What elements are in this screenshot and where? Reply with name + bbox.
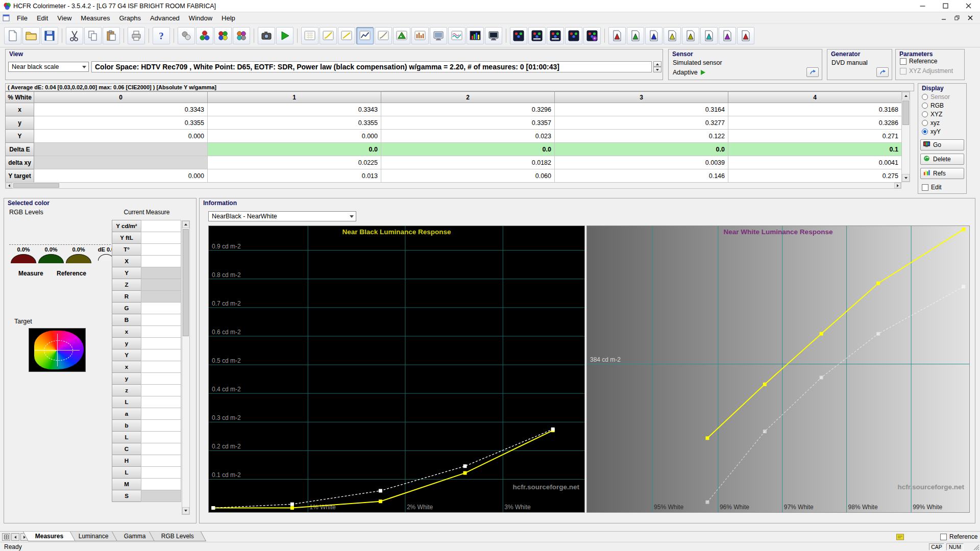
snapshot-icon[interactable] bbox=[258, 27, 275, 44]
measure-cell[interactable]: 0.000 bbox=[208, 130, 381, 143]
measure-primaries-icon[interactable] bbox=[565, 27, 582, 44]
measure-nearwhite-icon[interactable] bbox=[547, 27, 564, 44]
sensor-config-button[interactable] bbox=[806, 67, 819, 77]
measure-cell[interactable]: 0.0 bbox=[555, 143, 728, 156]
scroll-left-button[interactable] bbox=[6, 183, 12, 188]
scroll-thumb[interactable] bbox=[902, 101, 909, 125]
resize-grip[interactable] bbox=[973, 544, 979, 550]
measure-cell[interactable]: 0.3168 bbox=[728, 103, 902, 116]
measure-cell[interactable]: 0.3286 bbox=[728, 116, 902, 130]
mdi-close-button[interactable] bbox=[964, 13, 977, 23]
scroll-thumb[interactable] bbox=[13, 183, 59, 188]
scroll-down-button[interactable] bbox=[182, 507, 189, 514]
measure-blue-icon[interactable] bbox=[645, 27, 663, 44]
column-header[interactable]: 4 bbox=[728, 92, 902, 103]
luminance-scale-view-icon[interactable] bbox=[320, 27, 337, 44]
information-view-select[interactable]: NearBlack - NearWhite bbox=[208, 211, 356, 221]
menu-advanced[interactable]: Advanced bbox=[145, 12, 184, 24]
tab-measures[interactable]: Measures bbox=[23, 532, 76, 541]
display-radio-sensor[interactable]: Sensor bbox=[922, 93, 950, 100]
copy-icon[interactable] bbox=[84, 27, 102, 44]
measure-magenta-icon[interactable] bbox=[719, 27, 736, 44]
measure-cell[interactable]: 0.275 bbox=[728, 169, 902, 183]
measure-crimson-icon[interactable] bbox=[737, 27, 754, 44]
free-measures-icon[interactable] bbox=[178, 27, 195, 44]
measure-cell[interactable]: 0.3343 bbox=[34, 103, 208, 116]
edit-checkbox[interactable] bbox=[922, 184, 928, 191]
gamma-view-icon[interactable] bbox=[338, 27, 355, 44]
scroll-right-button[interactable] bbox=[894, 183, 901, 188]
table-vertical-scrollbar[interactable] bbox=[901, 91, 910, 182]
minimize-button[interactable] bbox=[911, 0, 934, 12]
primaries-measures-icon[interactable] bbox=[214, 27, 232, 44]
scroll-thumb[interactable] bbox=[183, 229, 189, 336]
column-header[interactable]: 2 bbox=[381, 92, 555, 103]
display-radio-rgb[interactable]: RGB bbox=[922, 102, 950, 109]
measure-cell[interactable]: 0.1 bbox=[728, 143, 902, 156]
display-radio-xyz[interactable]: XYZ bbox=[922, 111, 950, 117]
measure-cell[interactable]: 0.0041 bbox=[728, 156, 902, 169]
menu-measures[interactable]: Measures bbox=[76, 12, 114, 24]
cut-icon[interactable] bbox=[66, 27, 83, 44]
measure-cell[interactable] bbox=[34, 156, 208, 169]
measure-cell[interactable]: 0.0 bbox=[381, 143, 555, 156]
previous-tab-button[interactable] bbox=[11, 533, 19, 541]
mdi-restore-button[interactable] bbox=[950, 13, 964, 23]
scroll-down-button[interactable] bbox=[902, 174, 910, 182]
measure-cell[interactable]: 0.000 bbox=[34, 169, 208, 183]
column-header[interactable]: 1 bbox=[208, 92, 381, 103]
measure-red-icon[interactable] bbox=[608, 27, 626, 44]
saturations-measures-icon[interactable] bbox=[233, 27, 250, 44]
display-radio-xyy[interactable]: xyY bbox=[922, 128, 950, 135]
measure-cell[interactable]: 0.3277 bbox=[555, 116, 728, 130]
close-button[interactable] bbox=[957, 0, 980, 12]
reference-checkbox[interactable] bbox=[940, 534, 947, 540]
save-file-icon[interactable] bbox=[41, 27, 58, 44]
mdi-minimize-button[interactable] bbox=[937, 13, 950, 23]
menu-help[interactable]: Help bbox=[217, 12, 240, 24]
measure-cell[interactable]: 0.0 bbox=[208, 143, 381, 156]
measure-cell[interactable]: 0.0225 bbox=[208, 156, 381, 169]
menu-view[interactable]: View bbox=[53, 12, 76, 24]
menu-window[interactable]: Window bbox=[184, 12, 217, 24]
measure-grayscale-icon[interactable] bbox=[510, 27, 527, 44]
menu-edit[interactable]: Edit bbox=[32, 12, 53, 24]
measures-grid-view-icon[interactable] bbox=[301, 27, 318, 44]
measure-cell[interactable]: 0.060 bbox=[381, 169, 555, 183]
help-icon[interactable]: ? bbox=[153, 27, 170, 44]
delete-button[interactable]: Delete bbox=[920, 154, 964, 165]
measure-cell[interactable]: 0.023 bbox=[381, 130, 555, 143]
measure-cell[interactable]: 0.3357 bbox=[381, 116, 555, 130]
scroll-up-button[interactable] bbox=[902, 92, 910, 99]
display-radio-xyz[interactable]: xyz bbox=[922, 119, 950, 126]
spin-up-button[interactable] bbox=[653, 61, 662, 67]
reference-checkbox[interactable] bbox=[900, 58, 906, 65]
tab-rgb-levels[interactable]: RGB Levels bbox=[149, 532, 206, 541]
measure-cell[interactable]: 0.271 bbox=[728, 130, 902, 143]
new-file-icon[interactable] bbox=[4, 27, 21, 44]
measure-nearblack-icon[interactable] bbox=[528, 27, 546, 44]
crt-view-icon[interactable] bbox=[430, 27, 447, 44]
column-header[interactable]: 3 bbox=[555, 92, 728, 103]
menu-file[interactable]: File bbox=[12, 12, 32, 24]
measure-cell[interactable]: 0.0182 bbox=[381, 156, 555, 169]
column-header[interactable]: 0 bbox=[34, 92, 208, 103]
measure-cell[interactable] bbox=[34, 143, 208, 156]
go-button[interactable]: Go bbox=[920, 139, 964, 151]
tab-list-button[interactable] bbox=[2, 533, 10, 541]
palette-icon[interactable] bbox=[896, 533, 904, 541]
measure-cell[interactable]: 0.000 bbox=[34, 130, 208, 143]
paste-icon[interactable] bbox=[103, 27, 120, 44]
luminance-view-icon[interactable] bbox=[375, 27, 392, 44]
histogram-view-icon[interactable] bbox=[467, 27, 484, 44]
measure-cell[interactable]: 0.3355 bbox=[34, 116, 208, 130]
measure-all-icon[interactable] bbox=[583, 27, 601, 44]
measure-cell[interactable]: 0.122 bbox=[555, 130, 728, 143]
measure-cell[interactable]: 0.013 bbox=[208, 169, 381, 183]
table-horizontal-scrollbar[interactable] bbox=[5, 182, 901, 189]
measure-yellow-icon[interactable] bbox=[664, 27, 681, 44]
measure-green-icon[interactable] bbox=[627, 27, 644, 44]
temperature-view-icon[interactable] bbox=[411, 27, 429, 44]
measure-cell[interactable]: 0.3343 bbox=[208, 103, 381, 116]
measure-cell[interactable]: 0.3164 bbox=[555, 103, 728, 116]
